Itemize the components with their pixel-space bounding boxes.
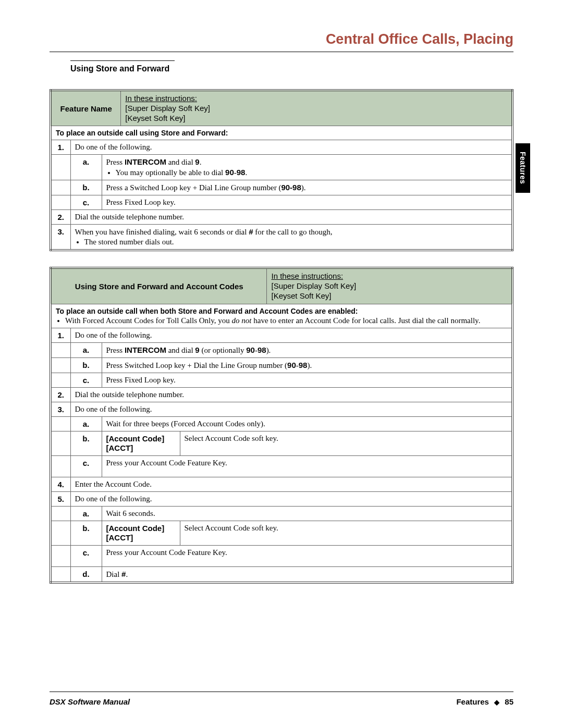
- table1-r1a-post: and dial: [166, 158, 195, 166]
- t2-r3b-softkey: [Account Code] [ACCT]: [102, 431, 180, 455]
- t2-r5c-lett: c.: [70, 545, 102, 566]
- t2-r1b-lett: b.: [70, 357, 102, 373]
- t2-r1a-lett: a.: [70, 342, 102, 357]
- table2-sub-bullet: With Forced Account Codes for Toll Calls…: [65, 316, 507, 325]
- t2-r5b-sk2: [ACCT]: [106, 533, 133, 542]
- t2-r5b-sk1: [Account Code]: [106, 524, 165, 533]
- t2-r5c-text: Press your Account Code Feature Key.: [102, 545, 512, 566]
- table2-feature-name: Using Store and Forward and Account Code…: [51, 268, 267, 304]
- t2-r4-text: Enter the Account Code.: [70, 477, 512, 491]
- t2-r5b-lett: b.: [70, 521, 102, 545]
- table1-r1-text: Do one of the following.: [70, 140, 512, 155]
- t2-r5d-lett: d.: [70, 566, 102, 583]
- table1-r1b-lett: b.: [70, 180, 102, 195]
- table1-r1b-text: Press a Switched Loop key + Dial Line Gr…: [102, 180, 512, 195]
- table1-r1a-dot: .: [200, 158, 202, 166]
- t2-r3a-text: Wait for three beeps (Forced Account Cod…: [102, 416, 512, 431]
- footer-right: Features ◆ 85: [456, 697, 513, 706]
- t2-r1b-text: Press Switched Loop key + Dial the Line …: [102, 357, 512, 373]
- t2-r3b-text: Select Account Code soft key.: [180, 431, 512, 455]
- table-store-forward: Feature Name In these instructions: [Sup…: [50, 89, 513, 251]
- table1-r1c-text: Press Fixed Loop key.: [102, 195, 512, 210]
- table1-r3-cell: When you have finished dialing, wait 6 s…: [70, 225, 512, 251]
- t2-r3a-lett: a.: [70, 416, 102, 431]
- t2-r3-text: Do one of the following.: [70, 402, 512, 416]
- legend-intro-2: In these instructions:: [271, 272, 343, 280]
- table1-legend: In these instructions: [Super Display So…: [121, 90, 512, 126]
- footer-section: Features: [456, 697, 489, 706]
- diamond-icon: ◆: [494, 698, 499, 706]
- t2-r5b-text: Select Account Code soft key.: [180, 521, 512, 545]
- t2-r3c-text: Press your Account Code Feature Key.: [102, 455, 512, 477]
- legend-line2-2: [Keyset Soft Key]: [271, 291, 331, 300]
- t2-r3b-sk2: [ACCT]: [106, 443, 133, 452]
- footer-manual-name: DSX Software Manual: [50, 697, 130, 706]
- t2-r5a-text: Wait 6 seconds.: [102, 506, 512, 521]
- t2-r1a-text: Press INTERCOM and dial 9 (or optionally…: [102, 342, 512, 357]
- table1-r3-bullet: The stored number dials out.: [84, 238, 508, 246]
- header-rule: [50, 52, 513, 52]
- table2-subhead: To place an outside call when both Store…: [51, 304, 512, 328]
- t2-r1c-text: Press Fixed Loop key.: [102, 373, 512, 387]
- table1-r1-num: 1.: [51, 140, 70, 155]
- legend-line2: [Keyset Soft Key]: [125, 114, 185, 122]
- t2-r3-num: 3.: [51, 402, 70, 416]
- table1-r2-num: 2.: [51, 210, 70, 225]
- table1-feature-name: Feature Name: [51, 90, 121, 126]
- page-footer: DSX Software Manual Features ◆ 85: [50, 692, 513, 706]
- t2-r1-text: Do one of the following.: [70, 328, 512, 342]
- section-heading: Using Store and Forward: [70, 60, 175, 73]
- t2-r1-num: 1.: [51, 328, 70, 342]
- t2-r5a-lett: a.: [70, 506, 102, 521]
- t2-r1c-lett: c.: [70, 373, 102, 387]
- t2-r2-num: 2.: [51, 387, 70, 402]
- page-title: Central Office Calls, Placing: [50, 31, 513, 47]
- t2-r5b-softkey: [Account Code] [ACCT]: [102, 521, 180, 545]
- table1-subhead: To place an outside call using Store and…: [51, 126, 512, 140]
- legend-intro: In these instructions:: [125, 94, 197, 103]
- t2-r3b-sk1: [Account Code]: [106, 434, 165, 443]
- side-tab-features: Features: [516, 143, 530, 193]
- table1-r1a-pre: Press: [106, 158, 125, 166]
- legend-line1-2: [Super Display Soft Key]: [271, 281, 356, 290]
- t2-r2-text: Dial the outside telephone number.: [70, 387, 512, 402]
- intercom-label: INTERCOM: [125, 157, 166, 166]
- table1-r3-num: 3.: [51, 225, 70, 251]
- table1-r2-text: Dial the outside telephone number.: [70, 210, 512, 225]
- footer-page-num: 85: [505, 697, 513, 706]
- table2-sub-text: To place an outside call when both Store…: [56, 307, 358, 315]
- t2-r5-num: 5.: [51, 491, 70, 506]
- t2-r5-text: Do one of the following.: [70, 491, 512, 506]
- t2-r4-num: 4.: [51, 477, 70, 491]
- table2-legend: In these instructions: [Super Display So…: [267, 268, 512, 304]
- table1-r1a-bullet: You may optionally be able to dial 90-98…: [116, 168, 508, 177]
- t2-r3b-lett: b.: [70, 431, 102, 455]
- t2-r5d-text: Dial #.: [102, 566, 512, 583]
- table1-r1a-cell: Press INTERCOM and dial 9. You may optio…: [102, 155, 512, 180]
- legend-line1: [Super Display Soft Key]: [125, 104, 210, 113]
- table1-r1a-lett: a.: [70, 155, 102, 180]
- t2-r3c-lett: c.: [70, 455, 102, 477]
- table-store-forward-account: Using Store and Forward and Account Code…: [50, 267, 513, 583]
- table1-r1a-blank: [51, 155, 70, 180]
- table1-r1c-lett: c.: [70, 195, 102, 210]
- dial9: 9: [195, 157, 199, 166]
